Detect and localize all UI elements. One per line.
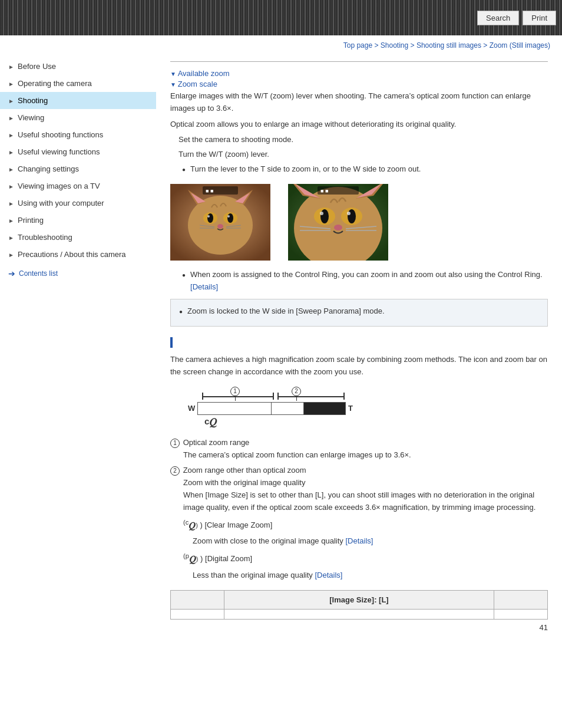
svg-point-8 — [207, 213, 213, 223]
zoom-num-item-2: 2 Zoom range other than optical zoom Zoo… — [170, 465, 548, 581]
sidebar-label-using-computer: Using with your computer — [18, 199, 104, 207]
table-col-1 — [171, 590, 224, 609]
table-col-2: [Image Size]: [L] — [224, 590, 494, 609]
sidebar-item-viewing-tv[interactable]: ► Viewing images on a TV — [0, 177, 156, 195]
clear-image-zoom-row: (c𝑄) ) [Clear Image Zoom] — [183, 518, 548, 533]
page-number: 41 — [170, 620, 548, 635]
arrow-icon: ► — [8, 235, 14, 241]
svg-point-29 — [320, 212, 323, 215]
arrow-icon: ► — [8, 115, 14, 121]
para1: Enlarge images with the W/T (zoom) lever… — [170, 90, 548, 115]
sidebar-label-changing-settings: Changing settings — [18, 164, 79, 173]
sidebar-item-shooting[interactable]: ► Shooting — [0, 92, 156, 109]
panorama-note-text: Zoom is locked to the W side in [Sweep P… — [187, 305, 385, 318]
sidebar-label-viewing: Viewing — [18, 113, 44, 122]
zoom-num-item-1: 1 Optical zoom range The camera’s optica… — [170, 437, 548, 462]
contents-list-label: Contents list — [19, 269, 58, 278]
sidebar-label-shooting: Shooting — [18, 96, 48, 105]
zoom-scale-anchor[interactable]: Zoom scale — [170, 80, 548, 88]
sidebar-item-operating[interactable]: ► Operating the camera — [0, 75, 156, 92]
details-link-3[interactable]: [Details] — [315, 571, 342, 579]
sidebar-label-printing: Printing — [18, 216, 44, 225]
svg-point-12 — [217, 224, 223, 229]
table-cell-2 — [224, 609, 494, 619]
sidebar-item-using-computer[interactable]: ► Using with your computer — [0, 195, 156, 212]
zoom-scale-section — [170, 337, 548, 348]
control-ring-text: When zoom is assigned to the Control Rin… — [190, 269, 548, 294]
sidebar: ► Before Use ► Operating the camera ► Sh… — [0, 53, 156, 647]
sidebar-item-changing-settings[interactable]: ► Changing settings — [0, 160, 156, 177]
contents-list-link[interactable]: ➔ Contents list — [0, 263, 156, 281]
cat-wide-image: ■ ■ — [170, 184, 270, 261]
zoom-diagram: 1 2 W — [188, 388, 353, 429]
zoom-item1-desc: The camera’s optical zoom function can e… — [183, 449, 548, 462]
sidebar-label-precautions: Precautions / About this camera — [18, 250, 126, 259]
breadcrumb-still[interactable]: Shooting still images — [416, 41, 481, 50]
main-layout: ► Before Use ► Operating the camera ► Sh… — [0, 53, 562, 647]
top-divider — [170, 61, 548, 62]
cat-zoom-svg: ■ ■ — [288, 184, 388, 261]
print-button[interactable]: Print — [523, 11, 556, 25]
table-cell-3 — [494, 609, 547, 619]
breadcrumb-sep-1: > — [374, 41, 380, 50]
zoom-item2-sub1: Zoom with the original image quality Whe… — [183, 477, 548, 581]
sidebar-label-troubleshooting: Troubleshooting — [18, 233, 72, 242]
breadcrumb-sep-2: > — [411, 41, 416, 50]
svg-point-9 — [227, 213, 233, 223]
breadcrumb-shooting[interactable]: Shooting — [381, 41, 408, 50]
available-zoom-anchor[interactable]: Available zoom — [170, 69, 548, 78]
zoom-table: [Image Size]: [L] — [170, 590, 548, 620]
svg-text:■ ■: ■ ■ — [206, 188, 213, 194]
table-cell-1 — [171, 609, 224, 619]
cat-zoom-image: ■ ■ — [288, 184, 388, 261]
details-link-1[interactable]: [Details] — [190, 282, 218, 291]
control-ring-note: When zoom is assigned to the Control Rin… — [182, 269, 548, 294]
svg-point-30 — [347, 212, 351, 215]
zoom-item2-title: 2 Zoom range other than optical zoom — [170, 465, 548, 477]
breadcrumb: Top page > Shooting > Shooting still ima… — [0, 35, 562, 53]
zoom-numbered-items: 1 Optical zoom range The camera’s optica… — [170, 437, 548, 582]
sidebar-item-useful-viewing[interactable]: ► Useful viewing functions — [0, 143, 156, 160]
bullet1: Turn the lever to the T side to zoom in,… — [182, 163, 548, 176]
sidebar-label-useful-shooting: Useful shooting functions — [18, 130, 103, 139]
panorama-note-box: Zoom is locked to the W side in [Sweep P… — [170, 299, 548, 327]
details-link-2[interactable]: [Details] — [345, 536, 373, 545]
zoom-item1-title: 1 Optical zoom range — [170, 437, 548, 449]
zoom-w-label: W — [188, 404, 195, 413]
svg-point-27 — [320, 209, 329, 223]
sidebar-item-precautions[interactable]: ► Precautions / About this camera — [0, 246, 156, 263]
cat-wide-svg: ■ ■ — [170, 184, 270, 261]
table-col-3 — [494, 590, 547, 609]
arrow-icon: ► — [8, 200, 14, 206]
contents-list-arrow-icon: ➔ — [8, 269, 15, 278]
svg-text:■ ■: ■ ■ — [320, 188, 328, 194]
arrow-icon: ► — [8, 132, 14, 138]
bullet1-text: Turn the lever to the T side to zoom in,… — [190, 163, 421, 176]
breadcrumb-top[interactable]: Top page — [343, 41, 372, 50]
sidebar-item-printing[interactable]: ► Printing — [0, 212, 156, 229]
zoom-images-row: ■ ■ — [170, 184, 548, 261]
clear-image-zoom-desc: Zoom with close to the original image qu… — [193, 535, 548, 548]
sidebar-label-viewing-tv: Viewing images on a TV — [18, 182, 100, 190]
svg-point-31 — [334, 225, 342, 230]
breadcrumb-zoom[interactable]: Zoom (Still images) — [490, 41, 550, 50]
zoom-t-label: T — [348, 404, 353, 413]
arrow-icon: ► — [8, 64, 14, 70]
arrow-icon: ► — [8, 149, 14, 155]
arrow-icon: ► — [8, 218, 14, 223]
table-row — [171, 609, 548, 619]
arrow-icon: ► — [8, 252, 14, 258]
zoom-scale-para1: The camera achieves a high magnification… — [170, 354, 548, 378]
arrow-icon: ► — [8, 166, 14, 172]
digital-zoom-desc: Less than the original image quality [De… — [193, 569, 548, 582]
sidebar-label-before-use: Before Use — [18, 62, 56, 71]
sidebar-item-troubleshooting[interactable]: ► Troubleshooting — [0, 229, 156, 246]
search-button[interactable]: Search — [477, 11, 519, 25]
breadcrumb-sep-3: > — [483, 41, 489, 50]
panorama-note-bullet: Zoom is locked to the W side in [Sweep P… — [179, 305, 539, 318]
sidebar-item-useful-shooting[interactable]: ► Useful shooting functions — [0, 126, 156, 143]
sidebar-item-before-use[interactable]: ► Before Use — [0, 58, 156, 75]
sidebar-item-viewing[interactable]: ► Viewing — [0, 109, 156, 126]
step1: Set the camera to shooting mode. — [178, 134, 548, 146]
arrow-icon: ► — [8, 98, 14, 104]
